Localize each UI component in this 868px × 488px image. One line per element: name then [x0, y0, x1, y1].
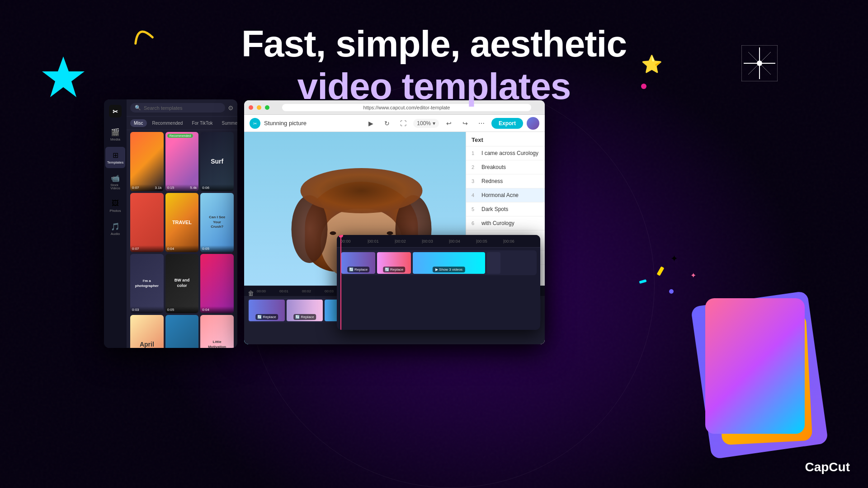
timeline-ruler: 00:00 |00:01 |00:02 |00:03 |00:04 |00:05…: [337, 235, 540, 248]
text-item-2-num: 2: [472, 164, 477, 170]
text-item-1-num: 1: [472, 150, 477, 156]
template-item-9[interactable]: 0:04: [200, 254, 234, 313]
tl-ruler-03: |00:03: [422, 239, 449, 244]
svg-point-6: [757, 61, 762, 66]
template-8-duration: 0:05: [167, 308, 175, 312]
editor-toolbar: ✂ Stunning picture ▶ ↻ ⛶ 100% ▾ ↩ ↪ ⋯ Ex…: [244, 115, 545, 132]
tab-misc[interactable]: Misc: [130, 119, 147, 127]
tl-track-1-extra: [487, 252, 500, 274]
tl-track-1-b: 🔄 Replace: [377, 252, 411, 274]
confetti-circle-1: [669, 289, 674, 294]
refresh-button[interactable]: ↻: [381, 117, 393, 130]
track-1-replace-btn[interactable]: 🔄 Replace: [255, 314, 278, 320]
sparkle-decoration-right: [741, 45, 778, 83]
template-3-duration: 0:06: [202, 186, 209, 190]
headline-line1: Fast, simple, aesthetic: [241, 23, 627, 65]
template-10-text: April: [140, 340, 154, 348]
capcut-logo: CapCut: [805, 460, 850, 474]
redo-button[interactable]: ↪: [459, 117, 472, 130]
template-5-duration: 0:04: [167, 247, 175, 251]
track-1-replace-btn-2[interactable]: 🔄 Replace: [293, 314, 316, 320]
confetti-star-1: ✦: [670, 253, 678, 264]
template-1-views: 3.1k: [155, 186, 162, 190]
template-item-6[interactable]: Can I See Your Crush? 0:05: [200, 193, 234, 252]
tab-tiktok[interactable]: For TikTok: [188, 119, 216, 127]
sidebar-item-photos[interactable]: 🖼 Photos: [105, 195, 125, 216]
template-2-duration: 0:15: [167, 186, 175, 190]
play-button[interactable]: ▶: [364, 117, 377, 130]
category-tabs: Misc Recommended For TikTok Summer Bus..…: [127, 117, 237, 130]
template-5-text: TRAVEL: [172, 219, 192, 225]
star-emoji-decoration: ⭐: [641, 54, 662, 74]
text-item-3-num: 3: [472, 178, 477, 184]
template-5-overlay: 0:04: [165, 245, 199, 252]
user-avatar[interactable]: [527, 117, 539, 130]
delete-icon[interactable]: 🗑: [248, 290, 254, 297]
text-item-5[interactable]: 5 Dark Spots: [466, 202, 545, 216]
text-item-6-num: 6: [472, 221, 477, 226]
tl-ruler-01: |00:01: [368, 239, 395, 244]
stock-label: StockVideos: [110, 183, 120, 190]
text-item-2-content: Breakouts: [481, 164, 539, 170]
media-icon: 🎬: [111, 127, 120, 136]
tab-recommended[interactable]: Recommended: [149, 119, 187, 127]
timeline-content: 🔄 Replace 🔄 Replace ▶ Show 3 videos: [337, 248, 540, 280]
text-item-6[interactable]: 6 with Curology: [466, 216, 545, 230]
text-item-4[interactable]: 4 Hormonal Acne: [466, 188, 545, 202]
more-options-button[interactable]: ⋯: [475, 117, 488, 130]
zoom-control[interactable]: 100% ▾: [413, 119, 439, 128]
tl-replace-1b[interactable]: 🔄 Replace: [383, 267, 406, 272]
template-item-8[interactable]: BW and color 0:05: [165, 254, 199, 313]
tab-summer[interactable]: Summer: [218, 119, 238, 127]
templates-label: Templates: [107, 160, 123, 164]
template-item-12[interactable]: Little Motivation 0:05: [200, 315, 234, 348]
left-app-panel: ✂ 🎬 Media ⊞ Templates 📹 StockVideos 🖼 Ph…: [104, 99, 237, 348]
text-item-3-content: Redness: [481, 178, 539, 184]
template-4-overlay: 0:07: [130, 245, 164, 252]
template-item-1[interactable]: 0:07 3.1k: [130, 132, 164, 191]
svg-text:✂: ✂: [253, 121, 257, 126]
search-input-wrap[interactable]: 🔍 Search templates: [130, 103, 225, 113]
export-button[interactable]: Export: [491, 118, 523, 129]
tl-replace-1a[interactable]: 🔄 Replace: [347, 267, 370, 272]
text-item-5-content: Dark Spots: [481, 206, 539, 212]
undo-button[interactable]: ↩: [443, 117, 455, 130]
svg-marker-0: [42, 56, 85, 97]
sidebar-item-media[interactable]: 🎬 Media: [105, 124, 125, 145]
template-3-overlay: 0:06: [200, 184, 234, 191]
left-eye: [330, 231, 336, 235]
template-item-4[interactable]: 0:07: [130, 193, 164, 252]
timeline-pointer: [340, 235, 341, 248]
text-item-2[interactable]: 2 Breakouts: [466, 160, 545, 174]
text-item-1[interactable]: 1 I came across Curology: [466, 146, 545, 160]
template-7-overlay: 0:03: [130, 306, 164, 313]
filter-button[interactable]: ⚙: [228, 104, 234, 112]
template-item-10[interactable]: April 0:06: [130, 315, 164, 348]
fullscreen-button[interactable]: ⛶: [397, 117, 410, 130]
template-1-overlay: 0:07 3.1k: [130, 184, 164, 191]
search-placeholder: Search templates: [144, 105, 183, 111]
tl-show-more-1[interactable]: ▶ Show 3 videos: [433, 267, 465, 272]
pink-dot-decoration: [641, 84, 646, 89]
tl-track-1: 🔄 Replace 🔄 Replace ▶ Show 3 videos: [340, 250, 537, 275]
sidebar-item-stock[interactable]: 📹 StockVideos: [105, 170, 125, 193]
template-item-5[interactable]: TRAVEL 0:04: [165, 193, 199, 252]
tl-track-1-a: 🔄 Replace: [341, 252, 375, 274]
pointer-head: [339, 235, 343, 238]
template-item-7[interactable]: I'm a photographer 0:03: [130, 254, 164, 313]
track-1-thumb-1: 🔄 Replace: [249, 300, 285, 321]
template-item-2[interactable]: Recommended 0:15 5.4k: [165, 132, 199, 191]
search-bar: 🔍 Search templates ⚙: [127, 99, 237, 117]
template-item-3[interactable]: Surf 0:06: [200, 132, 234, 191]
template-grid: 0:07 3.1k Recommended 0:15 5.4k Surf 0:0…: [127, 130, 237, 348]
template-item-11[interactable]: 0:07: [165, 315, 199, 348]
sidebar-item-templates[interactable]: ⊞ Templates: [105, 147, 125, 168]
editor-title: Stunning picture: [264, 120, 361, 127]
template-6-text: Can I See Your Crush?: [209, 216, 226, 230]
template-8-text: BW and color: [174, 278, 190, 289]
sidebar-item-audio[interactable]: 🎵 Audio: [105, 218, 125, 239]
text-item-3[interactable]: 3 Redness: [466, 174, 545, 188]
audio-icon: 🎵: [111, 222, 120, 231]
cards-stack: [674, 271, 818, 452]
tl-ruler-06: |00:06: [503, 239, 530, 244]
